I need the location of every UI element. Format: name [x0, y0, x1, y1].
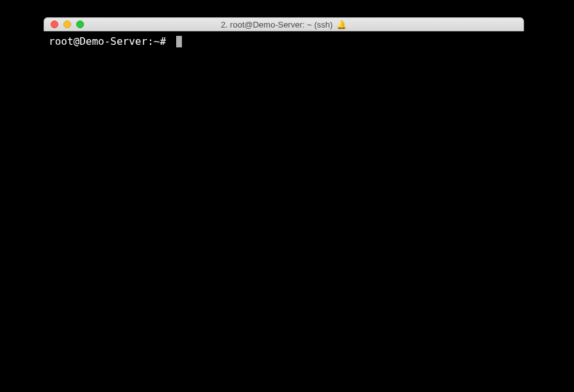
window-titlebar[interactable]: 2. root@Demo-Server: ~ (ssh) 🔔	[44, 17, 524, 31]
shell-prompt: root@Demo-Server:~#	[49, 35, 172, 47]
window-title: 2. root@Demo-Server: ~ (ssh)	[221, 20, 333, 29]
minimize-button[interactable]	[63, 20, 71, 28]
close-button[interactable]	[51, 20, 58, 28]
terminal-body[interactable]: root@Demo-Server:~#	[44, 31, 524, 374]
cursor	[176, 36, 182, 47]
traffic-lights	[44, 18, 84, 31]
title-area: 2. root@Demo-Server: ~ (ssh) 🔔	[44, 18, 523, 31]
bell-icon: 🔔	[336, 20, 347, 29]
prompt-line: root@Demo-Server:~#	[49, 35, 519, 47]
zoom-button[interactable]	[76, 20, 84, 28]
